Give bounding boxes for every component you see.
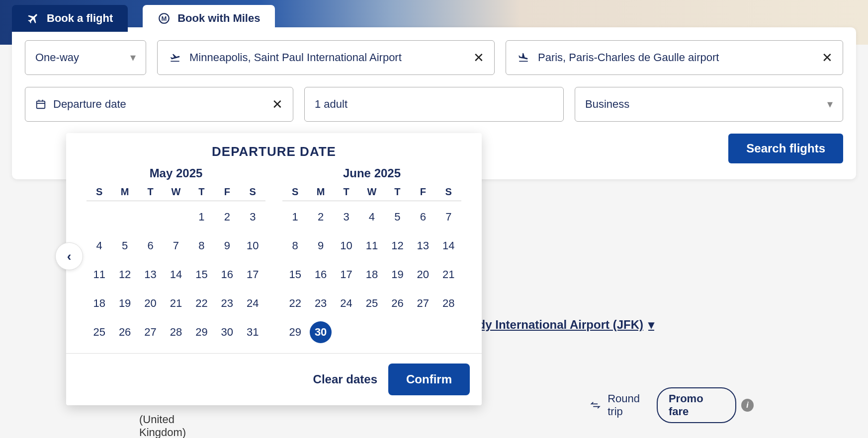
departure-date-field[interactable]: Departure date ✕ [25, 87, 293, 122]
day-cell[interactable]: 16 [216, 264, 238, 286]
day-cell[interactable]: 11 [88, 264, 110, 286]
dow-cell: S [436, 186, 461, 198]
search-flights-button[interactable]: Search flights [728, 134, 843, 163]
day-cell[interactable]: 16 [310, 264, 332, 286]
day-cell[interactable]: 5 [114, 235, 136, 257]
day-cell[interactable]: 9 [310, 235, 332, 257]
clear-destination-button[interactable]: ✕ [822, 50, 833, 66]
day-cell[interactable]: 19 [386, 264, 408, 286]
day-cell[interactable]: 18 [361, 264, 383, 286]
day-cell[interactable]: 9 [216, 235, 238, 257]
clear-dates-button[interactable]: Clear dates [313, 372, 377, 386]
prev-month-button[interactable]: ‹ [55, 242, 83, 270]
days-grid-1: 1234567891011121314151617181920212223242… [87, 206, 265, 343]
day-cell[interactable]: 20 [412, 264, 434, 286]
day-cell[interactable]: 26 [386, 292, 408, 314]
day-cell[interactable]: 15 [284, 264, 306, 286]
day-cell[interactable]: 23 [216, 292, 238, 314]
day-cell[interactable]: 8 [284, 235, 306, 257]
day-cell[interactable]: 20 [140, 292, 162, 314]
promo-fare: Promo fare i [657, 387, 754, 423]
day-cell[interactable]: 18 [88, 292, 110, 314]
day-cell[interactable]: 5 [386, 206, 408, 228]
day-cell[interactable]: 24 [242, 292, 263, 314]
day-cell[interactable]: 3 [336, 206, 357, 228]
day-cell[interactable]: 21 [437, 264, 459, 286]
day-cell[interactable]: 19 [114, 292, 136, 314]
day-cell[interactable]: 1 [284, 206, 306, 228]
chevron-down-icon: ▾ [130, 51, 136, 64]
round-trip-indicator: Round trip [590, 392, 657, 418]
day-cell[interactable]: 15 [190, 264, 212, 286]
day-cell[interactable]: 7 [437, 206, 459, 228]
day-cell[interactable]: 27 [412, 292, 434, 314]
plane-depart-icon [168, 52, 182, 63]
clear-date-button[interactable]: ✕ [272, 97, 283, 112]
day-cell[interactable]: 13 [140, 264, 162, 286]
trip-type-value: One-way [35, 51, 79, 64]
svg-text:M: M [162, 15, 167, 22]
day-cell[interactable]: 4 [361, 206, 383, 228]
day-cell[interactable]: 24 [336, 292, 357, 314]
day-cell[interactable]: 6 [140, 235, 162, 257]
clear-origin-button[interactable]: ✕ [473, 50, 484, 66]
destination-field[interactable]: Paris, Paris-Charles de Gaulle airport ✕ [506, 40, 843, 75]
day-cell[interactable]: 23 [310, 292, 332, 314]
day-cell[interactable]: 6 [412, 206, 434, 228]
day-cell[interactable]: 30 [310, 321, 332, 343]
day-cell[interactable]: 30 [216, 321, 238, 343]
promo-fare-pill[interactable]: Promo fare [657, 387, 736, 423]
round-trip-label: Round trip [608, 392, 657, 418]
dow-cell: S [240, 186, 265, 198]
origin-field[interactable]: Minneapolis, Saint Paul International Ai… [157, 40, 495, 75]
day-empty [140, 206, 162, 228]
day-cell[interactable]: 14 [437, 235, 459, 257]
info-icon[interactable]: i [741, 399, 754, 412]
trip-type-select[interactable]: One-way ▾ [25, 40, 146, 75]
day-cell[interactable]: 28 [165, 321, 187, 343]
day-cell[interactable]: 4 [88, 235, 110, 257]
day-cell[interactable]: 2 [310, 206, 332, 228]
day-cell[interactable]: 25 [361, 292, 383, 314]
confirm-date-button[interactable]: Confirm [389, 365, 469, 394]
plane-icon [27, 12, 40, 25]
day-cell[interactable]: 29 [190, 321, 212, 343]
day-cell[interactable]: 1 [190, 206, 212, 228]
dow-cell: F [214, 186, 240, 198]
day-cell[interactable]: 14 [165, 264, 187, 286]
day-cell[interactable]: 7 [165, 235, 187, 257]
tab-book-flight[interactable]: Book a flight [12, 5, 128, 32]
cabin-select[interactable]: Business ▾ [575, 87, 843, 122]
day-cell[interactable]: 8 [190, 235, 212, 257]
day-cell[interactable]: 22 [284, 292, 306, 314]
dow-cell: F [410, 186, 435, 198]
day-cell[interactable]: 13 [412, 235, 434, 257]
day-cell[interactable]: 2 [216, 206, 238, 228]
tab-book-miles[interactable]: M Book with Miles [143, 5, 275, 32]
day-cell[interactable]: 31 [242, 321, 263, 343]
datepicker-footer: Clear dates Confirm [66, 353, 482, 405]
day-cell[interactable]: 26 [114, 321, 136, 343]
day-cell[interactable]: 27 [140, 321, 162, 343]
dow-cell: T [138, 186, 163, 198]
passengers-field[interactable]: 1 adult [304, 87, 564, 122]
day-cell[interactable]: 17 [242, 264, 263, 286]
day-cell[interactable]: 21 [165, 292, 187, 314]
day-cell[interactable]: 28 [437, 292, 459, 314]
day-cell[interactable]: 11 [361, 235, 383, 257]
days-grid-2: 1234567891011121314151617181920212223242… [282, 206, 461, 343]
day-cell[interactable]: 29 [284, 321, 306, 343]
day-cell[interactable]: 3 [242, 206, 263, 228]
day-cell[interactable]: 10 [336, 235, 357, 257]
day-cell[interactable]: 12 [114, 264, 136, 286]
day-cell[interactable]: 10 [242, 235, 263, 257]
day-cell[interactable]: 17 [336, 264, 357, 286]
dow-cell: T [189, 186, 214, 198]
day-cell[interactable]: 12 [386, 235, 408, 257]
datepicker-title: DEPARTURE DATE [66, 133, 482, 166]
day-cell[interactable]: 25 [88, 321, 110, 343]
day-cell[interactable]: 22 [190, 292, 212, 314]
datepicker-popover: ‹ DEPARTURE DATE May 2025 SMTWTFS 123456… [66, 133, 482, 405]
uk-text: (United Kingdom) [139, 413, 222, 438]
day-empty [88, 206, 110, 228]
